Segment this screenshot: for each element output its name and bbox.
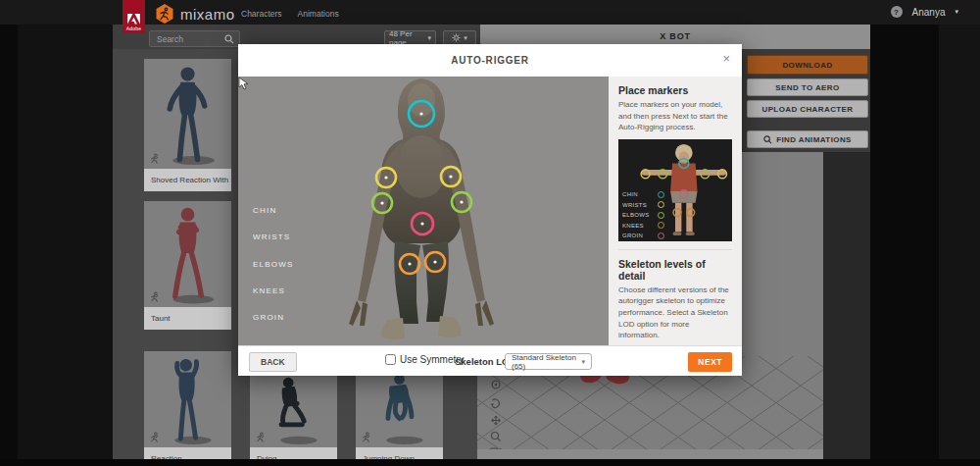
marker-center-dot (384, 176, 387, 179)
help-icon[interactable]: ? (891, 6, 903, 18)
zoom-icon (492, 433, 501, 441)
nav-links: Characters Animations (241, 9, 339, 19)
divider (618, 249, 732, 250)
skeleton-lod-select[interactable]: Standard Skeleton (65) ▾ (505, 353, 592, 370)
thumbnail-preview[interactable] (144, 201, 231, 307)
marker-center-dot (460, 200, 463, 203)
chevron-down-icon: ▾ (464, 34, 467, 42)
back-button[interactable]: BACK (249, 352, 297, 372)
legend-label: ELBOWS (622, 212, 649, 218)
mouse-cursor (238, 77, 250, 90)
marker-label-wrists: WRISTS (253, 233, 290, 241)
chevron-down-icon: ▾ (955, 8, 958, 16)
marker-center-dot (433, 260, 436, 263)
legend-label: KNEES (622, 223, 644, 229)
marker-label-knees: KNEES (253, 286, 285, 295)
place-markers-heading: Place markers (618, 84, 732, 96)
search-input[interactable] (157, 34, 224, 44)
send-to-aero-button[interactable]: SEND TO AERO (747, 78, 868, 96)
marker-center-dot (380, 201, 383, 204)
search-box[interactable] (149, 30, 240, 47)
next-button[interactable]: NEXT (688, 352, 732, 372)
adobe-a-icon (127, 14, 140, 25)
thumbnail-caption: Jumping Down (356, 447, 443, 459)
marker-label-groin: GROIN (253, 313, 284, 322)
marker-center-dot (420, 222, 423, 225)
nav-characters[interactable]: Characters (241, 9, 282, 19)
thumbnail-caption: Reaction (144, 447, 231, 459)
search-icon (224, 34, 234, 44)
use-symmetry-checkbox[interactable] (385, 354, 396, 365)
mixamo-app: mixamo Characters Animations ? Ananya ▾ … (0, 0, 980, 466)
find-animations-button[interactable]: FIND ANIMATIONS (747, 130, 868, 148)
legend-label: GROIN (622, 233, 643, 238)
thumbnail-caption: Taunt (144, 307, 231, 330)
viewport-toolbar[interactable] (489, 380, 503, 459)
animation-thumbnail[interactable]: Taunt (144, 201, 231, 330)
legend-label: CHIN (622, 191, 638, 197)
skeleton-lod-heading: Skeleton levels of detail (618, 258, 732, 282)
per-page-select[interactable]: 48 Per page ▾ (384, 30, 436, 45)
marker-center-dot (408, 262, 411, 265)
legend-ring-icon (658, 222, 664, 229)
legend-label: WRISTS (622, 202, 647, 208)
upload-character-button[interactable]: UPLOAD CHARACTER (747, 100, 868, 118)
brand-wordmark: mixamo (180, 6, 235, 23)
adobe-logo[interactable]: Adobe (122, 0, 145, 33)
modal-side-panel: Place markers Place markers on your mode… (609, 77, 742, 345)
move-icon (492, 416, 501, 425)
legend-ring-icon (658, 212, 664, 219)
animation-thumbnail[interactable]: Shoved Reaction With Spin (144, 59, 231, 191)
legend-ring-icon (658, 233, 664, 239)
left-empty-area (0, 0, 113, 466)
legend-ring-icon (658, 191, 664, 198)
animation-thumbnail[interactable]: Reaction (144, 351, 231, 459)
orbit-icon (492, 381, 500, 388)
chevron-down-icon: ▾ (581, 358, 585, 366)
top-nav-bar: mixamo Characters Animations ? Ananya ▾ (0, 0, 980, 25)
legend-row-groin: GROIN (622, 233, 664, 239)
place-markers-text: Place markers on your model, and then pr… (618, 99, 732, 133)
search-icon (763, 135, 772, 144)
right-empty-area (870, 0, 980, 466)
marker-center-dot (419, 112, 422, 115)
modal-header: AUTO-RIGGER × (238, 44, 742, 77)
legend-row-knees: KNEES (622, 222, 664, 229)
nav-animations[interactable]: Animations (298, 9, 339, 19)
marker-label-elbows: ELBOWS (253, 260, 293, 269)
marker-label-chin: CHIN (253, 206, 276, 215)
viewport-bottom-strip (477, 449, 823, 459)
rigging-3d-viewport[interactable]: CHINWRISTSELBOWSKNEESGROIN (238, 77, 609, 345)
skeleton-lod-text: Choose different versions of the autorig… (618, 285, 732, 341)
auto-rigger-modal: AUTO-RIGGER × (238, 44, 742, 376)
user-menu[interactable]: Ananya (912, 7, 946, 18)
settings-button[interactable]: ▾ (443, 30, 476, 45)
modal-title: AUTO-RIGGER (238, 44, 742, 66)
character-model (238, 77, 609, 345)
marker-legend: CHINWRISTSELBOWSKNEESGROIN (622, 191, 664, 243)
legend-row-chin: CHIN (622, 191, 664, 198)
legend-row-elbows: ELBOWS (622, 212, 664, 219)
thumbnail-preview[interactable] (144, 59, 231, 169)
gear-icon (452, 33, 461, 42)
download-button[interactable]: DOWNLOAD (747, 55, 868, 75)
mixamo-hexagon-icon (155, 3, 174, 25)
action-button-group: DOWNLOADSEND TO AEROUPLOAD CHARACTERFIND… (747, 55, 868, 148)
chevron-down-icon: ▾ (427, 34, 431, 42)
character-title: X BOT (480, 31, 870, 41)
thumbnail-caption: Shoved Reaction With Spin (144, 169, 231, 191)
bottom-edge (0, 459, 980, 466)
legend-ring-icon (658, 201, 664, 208)
rotate-icon (491, 399, 500, 407)
marker-instruction-image: CHINWRISTSELBOWSKNEESGROIN (618, 139, 732, 241)
close-icon[interactable]: × (722, 51, 730, 66)
legend-row-wrists: WRISTS (622, 201, 664, 208)
modal-footer: BACK Use Symmetry Skeleton LOD Standard … (238, 345, 742, 376)
nav-right-group: ? Ananya ▾ (891, 6, 958, 18)
thumbnail-caption: Dying (250, 447, 337, 459)
thumbnail-preview[interactable] (144, 351, 231, 447)
mixamo-logo[interactable]: mixamo (155, 3, 235, 25)
adobe-label: Adobe (126, 26, 141, 31)
skeleton-lod-value: Standard Skeleton (65) (512, 353, 581, 371)
marker-center-dot (449, 175, 452, 178)
